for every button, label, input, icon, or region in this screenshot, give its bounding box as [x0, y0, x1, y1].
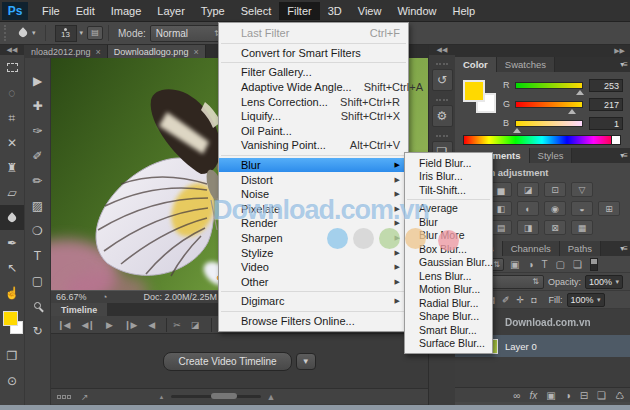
eyedropper-tool[interactable]: ✑: [25, 118, 50, 143]
blur-submenu-item-iris-blur[interactable]: Iris Blur...: [405, 170, 492, 184]
transition-icon[interactable]: ◪: [191, 320, 200, 330]
color-balance-icon[interactable]: ◧: [490, 201, 512, 216]
clone-stamp-tool[interactable]: ♜: [0, 155, 24, 180]
previous-frame-button[interactable]: ◀❙: [75, 320, 99, 330]
tab-timeline[interactable]: Timeline: [51, 303, 107, 316]
blur-submenu-item-field-blur[interactable]: Field Blur...: [405, 156, 492, 170]
black-white-icon[interactable]: ◐: [517, 201, 539, 216]
tool-preset-picker[interactable]: ▾: [13, 29, 40, 37]
blur-submenu-item-blur[interactable]: Blur: [405, 215, 492, 229]
properties-panel-icon[interactable]: ⚙: [432, 105, 453, 127]
channel-slider-thumb[interactable]: [568, 109, 576, 114]
zoom-tool[interactable]: [25, 293, 50, 318]
tab-color[interactable]: Color: [455, 57, 497, 72]
create-video-timeline-button[interactable]: Create Video Timeline: [163, 352, 291, 371]
blur-submenu-item-motion-blur[interactable]: Motion Blur...: [405, 283, 492, 297]
zoom-slider-track[interactable]: [171, 395, 261, 398]
fill-field[interactable]: 100% ▾: [567, 293, 605, 307]
filter-menu-item-oil-paint[interactable]: Oil Paint...: [219, 124, 408, 139]
blend-mode-select[interactable]: Normal ⇅: [150, 25, 227, 42]
photo-filter-icon[interactable]: ◉: [544, 201, 566, 216]
filter-menu-item-other[interactable]: Other▶: [219, 275, 408, 290]
pen-tool[interactable]: ✒: [0, 230, 24, 255]
filter-menu-item-lens-correction[interactable]: Lens Correction...Shift+Ctrl+R: [219, 94, 408, 109]
filter-menu-item-noise[interactable]: Noise▶: [219, 187, 408, 202]
blur-submenu-item-gaussian-blur[interactable]: Gaussian Blur...: [405, 256, 492, 270]
history-panel-icon[interactable]: ↺: [432, 69, 453, 91]
filter-adjustment-layers-icon[interactable]: ◑: [527, 259, 533, 270]
channel-slider-thumb[interactable]: [576, 90, 584, 95]
menu-3d[interactable]: 3D: [320, 2, 350, 20]
panel-menu-icon[interactable]: ▾≡: [620, 244, 627, 253]
filter-menu-item-vanishing-point[interactable]: Vanishing Point...Alt+Ctrl+V: [219, 138, 408, 153]
menu-window[interactable]: Window: [389, 2, 444, 20]
channel-slider-track[interactable]: [515, 82, 583, 89]
selective-color-icon[interactable]: ⊠: [544, 220, 566, 235]
blur-tool[interactable]: [0, 205, 24, 230]
channel-slider-thumb[interactable]: [513, 128, 521, 133]
scissors-icon[interactable]: ✂: [173, 320, 181, 330]
filter-smart-objects-icon[interactable]: ❏: [573, 259, 582, 270]
channel-value-field[interactable]: 1: [589, 117, 623, 130]
timeline-zoom-slider[interactable]: ▲ ▲: [159, 392, 276, 402]
tab-paths[interactable]: Paths: [560, 241, 601, 256]
blur-submenu-item-tilt-shift[interactable]: Tilt-Shift...: [405, 183, 492, 197]
rotate-view-tool[interactable]: ↻: [25, 318, 50, 343]
crop-tool[interactable]: ⌗: [0, 105, 24, 130]
filter-menu-item-filter-gallery[interactable]: Filter Gallery...: [219, 65, 408, 80]
gradient-map-icon[interactable]: ▦: [571, 220, 593, 235]
foreground-color-swatch[interactable]: [463, 80, 485, 102]
play-button[interactable]: ▶: [100, 320, 118, 330]
brush-tool[interactable]: ✐: [25, 143, 50, 168]
filter-menu-item-sharpen[interactable]: Sharpen▶: [219, 231, 408, 246]
filter-menu-item-pixelate[interactable]: Pixelate▶: [219, 202, 408, 217]
levels-icon[interactable]: ▅: [490, 182, 512, 197]
zoom-level-field[interactable]: 66.67%: [56, 292, 94, 302]
menu-filter[interactable]: Filter: [279, 2, 319, 20]
status-icon[interactable]: ◔: [102, 292, 107, 302]
blur-submenu-item-shape-blur[interactable]: Shape Blur...: [405, 310, 492, 324]
dodge-tool[interactable]: ❍: [25, 218, 50, 243]
path-selection-tool[interactable]: ↖: [0, 255, 24, 280]
timeline-mode-caret-button[interactable]: ▼: [296, 353, 316, 370]
quick-mask-icon[interactable]: ❐: [0, 343, 24, 368]
exposure-icon[interactable]: ⊡: [544, 182, 566, 197]
render-video-icon[interactable]: [57, 395, 71, 399]
channel-mixer-icon[interactable]: ◒: [571, 201, 593, 216]
filter-menu-item-render[interactable]: Render▶: [219, 216, 408, 231]
vibrance-icon[interactable]: ▽: [571, 182, 593, 197]
gradient-tool[interactable]: ▨: [25, 193, 50, 218]
menu-file[interactable]: File: [34, 2, 68, 20]
screen-mode-icon[interactable]: ⊙: [0, 368, 24, 393]
zoom-slider-thumb[interactable]: [211, 393, 237, 399]
color-ramp[interactable]: [463, 135, 621, 145]
blur-submenu-item-radial-blur[interactable]: Radial Blur...: [405, 296, 492, 310]
lock-all-icon[interactable]: ◘: [531, 295, 536, 305]
healing-brush-tool[interactable]: ✚: [25, 93, 50, 118]
first-frame-button[interactable]: ❙◀: [51, 320, 75, 330]
expand-panels-button[interactable]: ◀◀: [429, 45, 455, 55]
eraser-tool[interactable]: ▱: [0, 180, 24, 205]
posterize-icon[interactable]: ▤: [490, 220, 512, 235]
link-layers-icon[interactable]: ∞: [513, 390, 520, 401]
channel-value-field[interactable]: 217: [589, 98, 623, 111]
blur-submenu-item-lens-blur[interactable]: Lens Blur...: [405, 269, 492, 283]
blur-submenu-item-average[interactable]: Average: [405, 202, 492, 216]
collapse-tools-button[interactable]: ◀◀: [0, 45, 24, 55]
filter-pixel-layers-icon[interactable]: ▣: [510, 259, 519, 270]
filter-menu-item-liquify[interactable]: Liquify...Shift+Ctrl+X: [219, 109, 408, 124]
layer-group-icon[interactable]: ⊟: [580, 390, 588, 401]
blur-submenu-item-smart-blur[interactable]: Smart Blur...: [405, 323, 492, 337]
rectangular-marquee-tool[interactable]: [0, 55, 24, 80]
opacity-field[interactable]: 100% ▾: [585, 275, 623, 289]
filter-menu-item-adaptive-wide-angle[interactable]: Adaptive Wide Angle...Shift+Ctrl+A: [219, 80, 408, 95]
move-tool[interactable]: ▶: [25, 68, 50, 93]
filter-menu-item-convert-for-smart-filters[interactable]: Convert for Smart Filters: [219, 46, 408, 61]
tab-channels[interactable]: Channels: [503, 241, 560, 256]
filter-menu-item-digimarc[interactable]: Digimarc▶: [219, 294, 408, 309]
threshold-icon[interactable]: ◨: [517, 220, 539, 235]
menu-view[interactable]: View: [350, 2, 390, 20]
shape-tool[interactable]: ▢: [25, 268, 50, 293]
panel-menu-icon[interactable]: ▾≡: [620, 151, 627, 160]
document-tab-nload2012-png[interactable]: nload2012.png×: [25, 45, 108, 58]
